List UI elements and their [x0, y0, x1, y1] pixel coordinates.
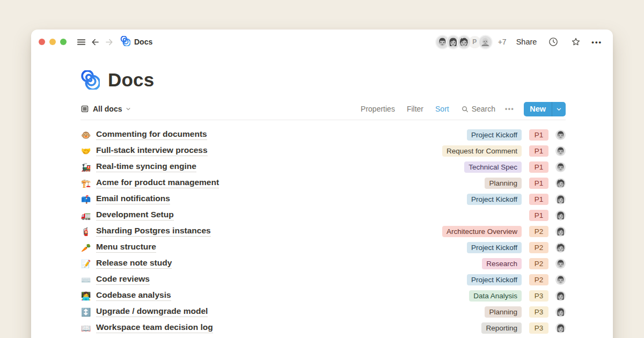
- priority-badge: P1: [529, 210, 548, 221]
- doc-row[interactable]: 👩‍💻 Codebase analysis Data Analysis P3 👩: [80, 288, 566, 304]
- close-window-button[interactable]: [39, 39, 45, 45]
- priority-badge: P1: [529, 145, 548, 157]
- view-more-options-icon[interactable]: •••: [505, 105, 514, 113]
- doc-emoji-icon: 🚂: [80, 163, 91, 171]
- doc-title-link[interactable]: Email notifications: [96, 194, 170, 204]
- priority-badge: P2: [529, 242, 548, 253]
- assignee-avatar: 👩: [555, 291, 566, 301]
- docs-spiral-logo-icon: [120, 36, 130, 48]
- priority-badge: P1: [529, 129, 548, 141]
- search-icon: [461, 105, 469, 113]
- page-title: Docs: [108, 69, 154, 91]
- zoom-window-button[interactable]: [60, 39, 67, 45]
- doc-emoji-icon: 🤝: [80, 147, 91, 155]
- doc-type-tag: Research: [482, 258, 522, 269]
- titlebar: Docs 👨👩🧑P👱 +7 Share •••: [31, 30, 613, 54]
- doc-type-tag: Request for Comment: [442, 145, 522, 157]
- doc-title-link[interactable]: Code reviews: [96, 274, 150, 285]
- doc-row[interactable]: 🚂 Real-time syncing engine Technical Spe…: [80, 159, 566, 175]
- doc-title-link[interactable]: Real-time syncing engine: [96, 161, 196, 172]
- doc-list: 🐵 Commenting for documents Project Kicko…: [80, 120, 566, 338]
- view-toolbar: All docs Properties Filter Sort Search •…: [80, 98, 566, 120]
- doc-row[interactable]: 📝 Release note study Research P2 👨: [80, 255, 566, 271]
- list-view-icon: [80, 105, 89, 113]
- assignee-avatar: 👨: [555, 275, 566, 285]
- doc-type-tag: Technical Spec: [464, 161, 522, 173]
- collaborator-avatar[interactable]: 👱: [478, 35, 493, 49]
- doc-row[interactable]: 🥕 Menu structure Project Kickoff P2 🧑: [80, 239, 566, 255]
- minimize-window-button[interactable]: [49, 39, 56, 45]
- hamburger-menu-icon[interactable]: [74, 35, 88, 49]
- sort-action[interactable]: Sort: [435, 105, 449, 113]
- new-button[interactable]: New: [524, 102, 552, 116]
- chevron-down-icon: [556, 106, 562, 112]
- doc-row[interactable]: 🏗️ Acme for product management Planning …: [80, 175, 566, 191]
- window-more-options-icon[interactable]: •••: [591, 38, 602, 46]
- doc-row[interactable]: 📖 Workspace team decision log Reporting …: [80, 320, 566, 336]
- priority-badge: P2: [529, 226, 548, 237]
- collaborator-avatar[interactable]: 🧑: [457, 35, 471, 49]
- filter-action[interactable]: Filter: [407, 105, 423, 113]
- doc-row[interactable]: 📫 Email notifications Project Kickoff P1…: [80, 191, 566, 207]
- priority-badge: P3: [529, 306, 548, 318]
- clock-history-icon[interactable]: [546, 35, 560, 49]
- doc-type-tag: Project Kickoff: [467, 274, 522, 285]
- page-header: Docs: [80, 69, 566, 91]
- doc-type-tag: Project Kickoff: [467, 242, 522, 253]
- doc-row[interactable]: ⌨️ Code reviews Project Kickoff P2 👨: [80, 271, 566, 288]
- priority-badge: P3: [529, 290, 548, 302]
- doc-title-link[interactable]: Workspace team decision log: [96, 322, 213, 333]
- doc-emoji-icon: 🧯: [80, 227, 91, 236]
- new-dropdown-button[interactable]: [552, 102, 566, 116]
- doc-type-tag: Reporting: [481, 322, 522, 334]
- search-label: Search: [472, 105, 495, 113]
- assignee-avatar: 🧑: [555, 243, 566, 253]
- doc-title-link[interactable]: Development Setup: [96, 210, 174, 221]
- collaborator-avatar-stack[interactable]: 👨👩🧑P👱: [435, 35, 493, 49]
- window-controls: [39, 39, 67, 45]
- doc-row[interactable]: 🧯 Sharding Postgres instances Architectu…: [80, 223, 566, 239]
- priority-badge: P2: [529, 258, 548, 269]
- forward-arrow-icon[interactable]: [102, 35, 116, 49]
- assignee-avatar: 👩: [555, 210, 566, 221]
- back-arrow-icon[interactable]: [88, 35, 102, 49]
- doc-emoji-icon: 👩‍💻: [80, 292, 91, 300]
- share-button[interactable]: Share: [516, 38, 537, 46]
- properties-action[interactable]: Properties: [361, 105, 395, 113]
- new-button-group: New: [524, 102, 566, 116]
- chevron-down-icon: [126, 106, 131, 112]
- doc-row[interactable]: 🤝 Full-stack interview process Request f…: [80, 143, 566, 159]
- priority-badge: P1: [529, 178, 548, 189]
- priority-badge: P1: [529, 161, 548, 173]
- favorite-star-icon[interactable]: [569, 35, 583, 49]
- doc-title-link[interactable]: Acme for product management: [96, 178, 219, 188]
- assignee-avatar: 👩: [555, 307, 566, 317]
- page-content: Docs All docs Properties Filter Sort: [31, 69, 613, 338]
- assignee-avatar: 👩: [555, 323, 566, 333]
- doc-row[interactable]: 🦜 Performance feedback Research P3 🧑: [80, 336, 566, 338]
- assignee-avatar: 👩: [555, 194, 566, 204]
- doc-title-link[interactable]: Codebase analysis: [96, 290, 171, 301]
- assignee-avatar: 👩: [555, 226, 566, 237]
- doc-emoji-icon: 🏗️: [80, 179, 91, 187]
- doc-title-link[interactable]: Commenting for documents: [96, 129, 207, 140]
- doc-row[interactable]: 🐵 Commenting for documents Project Kicko…: [80, 127, 566, 143]
- assignee-avatar: 👨: [555, 259, 566, 269]
- doc-emoji-icon: 🥕: [80, 244, 91, 252]
- doc-row[interactable]: ↕️ Upgrade / downgrade model Planning P3…: [80, 304, 566, 320]
- doc-type-tag: Planning: [485, 306, 522, 318]
- doc-title-link[interactable]: Upgrade / downgrade model: [96, 306, 208, 317]
- docs-spiral-logo-icon-large: [80, 70, 100, 90]
- priority-badge: P2: [529, 274, 548, 285]
- app-window: Docs 👨👩🧑P👱 +7 Share •••: [31, 30, 613, 338]
- doc-type-tag: Architecture Overview: [442, 226, 522, 237]
- doc-title-link[interactable]: Release note study: [96, 258, 172, 269]
- search-button[interactable]: Search: [461, 105, 495, 113]
- doc-emoji-icon: 🚛: [80, 211, 91, 219]
- doc-title-link[interactable]: Full-stack interview process: [96, 145, 208, 156]
- doc-row[interactable]: 🚛 Development Setup P1 👩: [80, 207, 566, 223]
- doc-title-link[interactable]: Menu structure: [96, 242, 156, 253]
- view-selector-all-docs[interactable]: All docs: [80, 105, 131, 113]
- doc-title-link[interactable]: Sharding Postgres instances: [96, 226, 211, 237]
- doc-type-tag: Planning: [485, 178, 522, 189]
